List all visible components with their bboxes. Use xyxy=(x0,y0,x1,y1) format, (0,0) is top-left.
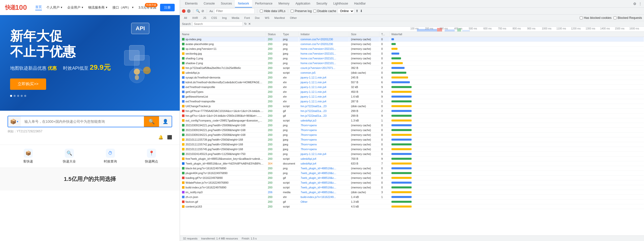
chip-doc[interactable]: Doc xyxy=(253,16,262,20)
row-initiator[interactable]: udeskApi.js3 xyxy=(298,118,349,123)
row-initiator[interactable]: 7from=openv xyxy=(298,133,349,137)
nav-home[interactable]: 首页 xyxy=(35,5,42,10)
table-row[interactable]: 20210309194221.png?width=25008&height=16… xyxy=(180,128,644,133)
clear-button[interactable] xyxy=(187,9,191,13)
hero-dot-5[interactable] xyxy=(24,95,26,97)
row-initiator[interactable]: common.css?v=20201230 xyxy=(298,37,349,42)
row-initiator[interactable]: jquery-1.12.1.min.js4 xyxy=(298,90,349,94)
row-initiator[interactable]: home.css?version=202101... xyxy=(298,47,349,51)
tab-console[interactable]: Console xyxy=(201,0,218,8)
col-initiator[interactable]: Initiator xyxy=(298,32,349,37)
row-initiator[interactable]: 7from=openv xyxy=(298,137,349,142)
user-button[interactable]: 👤 xyxy=(159,116,172,127)
chip-other[interactable]: Other xyxy=(288,16,299,20)
register-button[interactable]: 注册 xyxy=(160,4,175,11)
row-initiator[interactable]: 7web_plugin_id=488518&c... xyxy=(298,180,349,185)
col-size[interactable]: Size xyxy=(349,32,379,37)
hero-cta-button[interactable]: 立即购买>> xyxy=(10,78,46,90)
qr-icon[interactable]: ⬛ xyxy=(167,135,172,140)
row-initiator[interactable]: 7from=openv xyxy=(298,123,349,128)
table-row[interactable]: 20210111155739.jpg?width=2560&height=168… xyxy=(180,137,644,142)
tab-elements[interactable]: Elements xyxy=(182,0,201,8)
row-initiator[interactable]: 7from=openv xyxy=(298,142,349,147)
row-initiator[interactable]: udeskApi.js4 xyxy=(298,156,349,161)
search-button[interactable]: 🔍 xyxy=(144,116,159,127)
row-initiator[interactable]: hm.js?222ea01a...23 xyxy=(298,104,349,109)
row-initiator[interactable]: jquery-1.12.1.min.js4 xyxy=(298,75,349,80)
record-stop-button[interactable] xyxy=(182,9,186,13)
nav-api[interactable]: 接口（API） ▼ xyxy=(112,5,134,10)
row-initiator[interactable]: 7web_plugin_id=488518&c... xyxy=(298,171,349,176)
disable-cache-checkbox[interactable] xyxy=(313,10,316,13)
table-row[interactable]: 20210324145523.png?width=11258&height=75… xyxy=(180,152,644,156)
settings-icon[interactable]: ⚙ xyxy=(633,2,636,6)
quick-link-express[interactable]: 📦 客快递 xyxy=(8,149,49,164)
table-row[interactable]: ext?method=mainprofile200xhrjquery-1.12.… xyxy=(180,99,644,104)
chip-js[interactable]: JS xyxy=(201,16,208,20)
table-row[interactable]: 20210111155742.jpg?width=2560&height=168… xyxy=(180,142,644,147)
table-row[interactable]: shadow-2.png200pnghome.css?version=20210… xyxy=(180,61,644,66)
chip-manifest[interactable]: Manifest xyxy=(272,16,287,20)
network-table-wrap[interactable]: Name Status Type Initiator Size T... Wat… xyxy=(180,32,644,235)
chip-all[interactable]: All xyxy=(182,16,189,20)
tracking-input[interactable] xyxy=(21,116,144,127)
col-status[interactable]: Status xyxy=(266,32,281,37)
hide-data-urls-checkbox[interactable] xyxy=(260,10,263,13)
filter-toggle-button[interactable]: ⊘ xyxy=(201,9,204,13)
table-row[interactable]: 20210309194221.png?width=25008&height=16… xyxy=(180,123,644,128)
row-initiator[interactable]: 7from=openv xyxy=(298,128,349,133)
quick-link-timeliness[interactable]: ⏱ 时效查询 xyxy=(90,149,131,164)
row-initiator[interactable] xyxy=(298,204,349,209)
search-clear-icon[interactable]: ✕ xyxy=(248,22,251,26)
hero-dot-2[interactable] xyxy=(14,95,16,97)
quick-link-search[interactable]: 🔍 快递大全 xyxy=(49,149,90,164)
table-row[interactable]: ext?method=mainprofile200xhrjquery-1.12.… xyxy=(180,85,644,90)
preserve-log-checkbox[interactable] xyxy=(291,10,294,13)
row-initiator[interactable]: udeskApi.js4 xyxy=(298,161,349,166)
row-initiator[interactable]: home.css?version=202101... xyxy=(298,51,349,56)
table-row[interactable]: sp-index.png200pngcommon.css?v=20201230(… xyxy=(180,37,644,42)
row-initiator[interactable]: count.js?version=2017071... xyxy=(298,66,349,70)
chip-css[interactable]: CSS xyxy=(209,16,219,20)
table-row[interactable]: hm.gif?cc=1&ck=1&cl=24-bit&ds=2560x1080&… xyxy=(180,113,644,118)
row-initiator[interactable]: 7web_plugin_id=488518&c... xyxy=(298,166,349,171)
table-row[interactable]: im_notify.mp3206media7web_plugin_id=4885… xyxy=(180,190,644,195)
hero-dot-3[interactable] xyxy=(17,95,19,97)
row-initiator[interactable]: hm.js?222ea01a...23 xyxy=(298,113,349,118)
blocked-requests-checkbox[interactable] xyxy=(614,16,617,19)
import-button[interactable]: ⬆ xyxy=(356,9,358,13)
table-row[interactable]: zh-cn.json200xhrbuild-index.js?v=1616224… xyxy=(180,195,644,199)
table-row[interactable]: free?web_plugin_id=488518&session_key=&c… xyxy=(180,156,644,161)
search-refresh-icon[interactable]: ↻ xyxy=(244,22,247,26)
row-initiator[interactable]: 7web_plugin_id=488518&c... xyxy=(298,185,349,190)
table-row[interactable]: content.js163200script4.5 kB xyxy=(180,204,644,209)
table-row[interactable]: sectionbg.jpg200jpeghome.css?version=202… xyxy=(180,51,644,56)
chip-img[interactable]: Img xyxy=(220,16,229,20)
nav-enterprise[interactable]: 企业用户 ▼ xyxy=(67,5,84,10)
col-time[interactable]: T... xyxy=(379,32,389,37)
nav-logistics[interactable]: 物流服务商 ▼ xyxy=(88,5,108,10)
tab-memory[interactable]: Memory xyxy=(275,0,292,8)
row-initiator[interactable]: jquery-1.12.1.min.js4 xyxy=(298,80,349,85)
nav-personal[interactable]: 个人用户 ▼ xyxy=(46,5,63,10)
hero-dot-4[interactable] xyxy=(21,95,23,97)
table-row[interactable]: loading.gif?v=1616224976890200gif7web_pl… xyxy=(180,176,644,180)
table-row[interactable]: build-index.js?v=1616224976890200script7… xyxy=(180,185,644,190)
row-initiator[interactable]: home.css?version=202101... xyxy=(298,56,349,61)
row-initiator[interactable]: 7web_plugin_id=488518&c... xyxy=(298,190,349,195)
table-row[interactable]: hm.gif?hca=77795AAD3AC10164&cc=1&ck=1&cl… xyxy=(180,109,644,113)
disable-cache-label[interactable]: Disable cache xyxy=(313,9,336,13)
throttle-select[interactable]: Online xyxy=(338,8,354,14)
col-type[interactable]: Type xyxy=(281,32,298,37)
table-row[interactable]: out_config?company_code=298f17ga&languag… xyxy=(180,118,644,123)
search-toggle-button[interactable]: 🔍 xyxy=(196,9,200,13)
hide-data-urls-label[interactable]: Hide data URLs xyxy=(260,9,285,13)
table-row[interactable]: sysapi.do?method=demonia200xhrjquery-1.1… xyxy=(180,75,644,80)
tab-lighthouse[interactable]: Lighthouse xyxy=(330,0,351,8)
row-initiator[interactable]: hm.js?222ea01a...23 xyxy=(298,109,349,113)
chip-ws[interactable]: WS xyxy=(263,16,271,20)
row-initiator[interactable]: jquery-1.12.1.min.js4 xyxy=(298,152,349,156)
search-input[interactable] xyxy=(192,22,243,26)
table-row[interactable]: udeskApi.js200scriptcommon.js5(disk cach… xyxy=(180,70,644,75)
has-blocked-checkbox[interactable] xyxy=(580,16,583,19)
